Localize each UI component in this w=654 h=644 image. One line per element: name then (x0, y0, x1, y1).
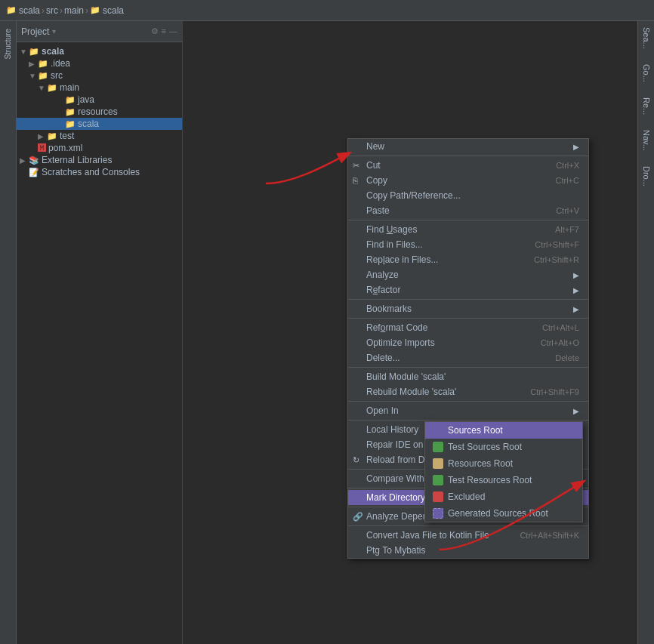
main-folder-icon: 📁 (47, 83, 57, 93)
menu-sep (348, 367, 588, 368)
tree-label: main (60, 82, 79, 93)
submenu-item-test-sources[interactable]: Test Sources Root (425, 439, 582, 455)
submenu-item-sources-root[interactable]: Sources Root (425, 422, 582, 439)
menu-label: Optimize Imports (366, 337, 435, 348)
red-arrow-1 (258, 138, 356, 191)
list-icon[interactable]: ≡ (162, 26, 166, 36)
breadcrumb-item-2[interactable]: src (46, 5, 58, 16)
panel-dropdown-icon[interactable]: ▾ (52, 27, 56, 35)
breadcrumb-bar: 📁 scala › src › main › 📁 scala (0, 0, 654, 21)
menu-label: Delete... (366, 353, 400, 363)
tree-item-test[interactable]: ▶ 📁 test (17, 130, 182, 142)
deps-icon: 🔗 (353, 512, 363, 522)
menu-item-find-usages[interactable]: Find Usages Alt+F7 (348, 222, 588, 237)
right-sidebar-go[interactable]: Go... (642, 64, 651, 82)
menu-sep (348, 220, 588, 220)
tree-label: scala (78, 119, 99, 129)
breadcrumb-icon: 📁 (6, 5, 17, 15)
submenu-label: Excluded (448, 491, 485, 502)
tree-item-external-libs[interactable]: ▶ 📚 External Libraries (17, 154, 182, 166)
menu-item-find-in-files[interactable]: Find in Files... Ctrl+Shift+F (348, 237, 588, 252)
tree-label: test (60, 131, 74, 141)
menu-item-optimize[interactable]: Optimize Imports Ctrl+Alt+O (348, 335, 588, 350)
menu-sep (348, 401, 588, 402)
tree-item-idea[interactable]: ▶ 📁 .idea (17, 57, 182, 69)
tree-label: Scratches and Consoles (42, 167, 140, 177)
breadcrumb-sep-3: › (85, 5, 88, 16)
tree-item-scala-root[interactable]: ▼ 📁 scala (17, 45, 182, 57)
structure-tab-item[interactable]: Structure (2, 24, 14, 64)
menu-item-copy[interactable]: ⎘ Copy Ctrl+C (348, 173, 588, 188)
menu-item-delete[interactable]: Delete... Delete (348, 350, 588, 365)
project-panel: Project ▾ ⚙ ≡ — ▼ 📁 scala ▶ 📁 .id (17, 21, 183, 644)
menu-item-refactor[interactable]: Refactor ▶ (348, 282, 588, 297)
tree-label: pom.xml (48, 143, 82, 153)
mark-directory-submenu: Sources Root Test Sources Root Resources… (424, 421, 583, 522)
tree-label: resources (78, 106, 118, 117)
menu-label: Build Module 'scala' (366, 371, 446, 382)
submenu-arrow: ▶ (573, 143, 579, 151)
menu-item-replace-in-files[interactable]: Replace in Files... Ctrl+Shift+R (348, 252, 588, 267)
menu-label: Paste (366, 205, 390, 216)
submenu-item-resources[interactable]: Resources Root (425, 455, 582, 472)
menu-label: Bookmarks (366, 304, 412, 314)
menu-item-analyze[interactable]: Analyze ▶ (348, 267, 588, 282)
submenu-item-generated-sources[interactable]: Generated Sources Root (425, 505, 582, 522)
tree-area: ▼ 📁 scala ▶ 📁 .idea ▼ 📁 src ▼ (17, 42, 182, 644)
menu-label: Rebuild Module 'scala' (366, 387, 456, 397)
tree-label: .idea (51, 58, 70, 69)
tree-label: scala (42, 46, 64, 57)
submenu-item-excluded[interactable]: Excluded (425, 488, 582, 505)
shortcut: Delete (555, 353, 579, 362)
tree-item-scala[interactable]: 📁 scala (17, 118, 182, 130)
main-layout: Structure Project ▾ ⚙ ≡ — ▼ 📁 scala (0, 21, 654, 644)
menu-item-paste[interactable]: Paste Ctrl+V (348, 203, 588, 218)
tree-item-resources[interactable]: 📁 resources (17, 106, 182, 118)
tree-item-scratches[interactable]: 📝 Scratches and Consoles (17, 166, 182, 178)
menu-item-new[interactable]: New ▶ (348, 139, 588, 154)
right-sidebar-dro[interactable]: Dro... (642, 166, 651, 186)
minus-icon[interactable]: — (169, 26, 177, 36)
menu-item-open-in[interactable]: Open In ▶ (348, 403, 588, 418)
menu-item-reformat[interactable]: Reformat Code Ctrl+Alt+L (348, 320, 588, 335)
breadcrumb-item-3[interactable]: main (64, 5, 84, 16)
right-sidebar-sea[interactable]: Sea... (642, 27, 651, 49)
menu-item-rebuild-module[interactable]: Rebuild Module 'scala' Ctrl+Shift+F9 (348, 384, 588, 399)
pom-file-icon: 🅼 (38, 143, 46, 153)
menu-item-ptg-mybatis[interactable]: Ptg To Mybatis (348, 543, 588, 558)
scratches-icon: 📝 (29, 168, 39, 177)
tree-arrow: ▼ (20, 48, 29, 56)
external-libs-icon: 📚 (29, 156, 39, 165)
submenu-label: Test Sources Root (448, 442, 522, 452)
settings-icon[interactable]: ⚙ (151, 26, 159, 36)
menu-item-copy-path[interactable]: Copy Path/Reference... (348, 188, 588, 203)
submenu-label: Resources Root (448, 458, 513, 469)
tree-item-src[interactable]: ▼ 📁 src (17, 69, 182, 82)
submenu-item-test-resources[interactable]: Test Resources Root (425, 472, 582, 488)
menu-item-cut[interactable]: ✂ Cut Ctrl+X (348, 158, 588, 173)
resources-icon (433, 458, 443, 469)
shortcut: Ctrl+C (556, 176, 579, 185)
tree-item-java[interactable]: 📁 java (17, 94, 182, 106)
tree-item-main[interactable]: ▼ 📁 main (17, 82, 182, 94)
test-resources-icon (433, 475, 443, 485)
tree-item-pom[interactable]: 🅼 pom.xml (17, 142, 182, 154)
shortcut: Alt+F7 (555, 225, 579, 234)
copy-icon: ⎘ (353, 176, 358, 185)
breadcrumb-item-4[interactable]: scala (103, 5, 124, 16)
menu-item-convert-java[interactable]: Convert Java File to Kotlin File Ctrl+Al… (348, 528, 588, 543)
breadcrumb-item-1[interactable]: scala (19, 5, 40, 16)
right-sidebar-nav[interactable]: Nav... (642, 130, 651, 151)
panel-header-icons: ⚙ ≡ — (151, 26, 177, 36)
menu-item-build-module[interactable]: Build Module 'scala' (348, 369, 588, 384)
tree-arrow: ▶ (20, 156, 29, 165)
left-tab: Structure (0, 21, 17, 644)
right-area: Sea... Go... Re... Nav... Dro... New ▶ ✂… (183, 21, 654, 644)
generated-sources-icon (433, 508, 443, 519)
menu-sep (348, 525, 588, 526)
tree-arrow: ▼ (29, 72, 38, 80)
panel-header: Project ▾ ⚙ ≡ — (17, 21, 182, 42)
excluded-icon (433, 491, 443, 502)
right-sidebar-re[interactable]: Re... (642, 97, 651, 115)
menu-item-bookmarks[interactable]: Bookmarks ▶ (348, 301, 588, 316)
